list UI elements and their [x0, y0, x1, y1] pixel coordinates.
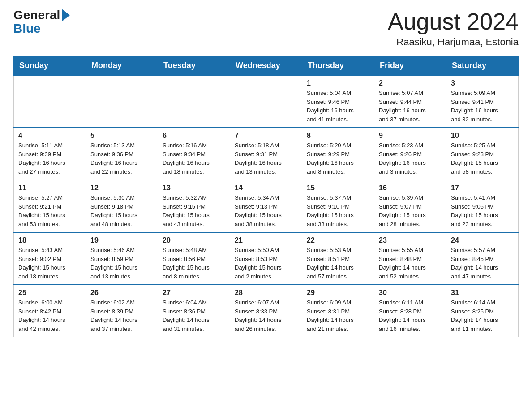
day-number: 3 [451, 79, 514, 87]
day-number: 5 [90, 132, 153, 140]
calendar-cell: 20Sunrise: 5:48 AMSunset: 8:56 PMDayligh… [158, 232, 230, 285]
day-info: Sunrise: 6:07 AMSunset: 8:33 PMDaylight:… [235, 298, 297, 333]
day-number: 4 [18, 132, 81, 140]
calendar-cell: 4Sunrise: 5:11 AMSunset: 9:39 PMDaylight… [14, 128, 86, 180]
calendar-cell: 11Sunrise: 5:27 AMSunset: 9:21 PMDayligh… [14, 180, 86, 232]
day-number: 19 [90, 236, 153, 244]
logo: General Blue [13, 9, 70, 36]
day-number: 24 [451, 236, 514, 244]
day-number: 15 [307, 184, 369, 192]
day-number: 14 [235, 184, 297, 192]
day-number: 18 [18, 236, 81, 244]
page-header: General Blue August 2024 Raasiku, Harjum… [13, 9, 519, 48]
calendar-table: SundayMondayTuesdayWednesdayThursdayFrid… [13, 56, 519, 337]
day-number: 20 [163, 236, 225, 244]
day-number: 28 [235, 289, 297, 297]
day-info: Sunrise: 5:53 AMSunset: 8:51 PMDaylight:… [307, 246, 369, 281]
day-number: 11 [18, 184, 81, 192]
calendar-cell: 23Sunrise: 5:55 AMSunset: 8:48 PMDayligh… [374, 232, 446, 285]
calendar-cell: 14Sunrise: 5:34 AMSunset: 9:13 PMDayligh… [230, 180, 302, 232]
calendar-cell: 6Sunrise: 5:16 AMSunset: 9:34 PMDaylight… [158, 128, 230, 180]
day-number: 12 [90, 184, 153, 192]
day-info: Sunrise: 5:50 AMSunset: 8:53 PMDaylight:… [235, 246, 297, 281]
calendar-cell: 24Sunrise: 5:57 AMSunset: 8:45 PMDayligh… [446, 232, 519, 285]
day-info: Sunrise: 5:46 AMSunset: 8:59 PMDaylight:… [90, 246, 153, 281]
day-info: Sunrise: 5:32 AMSunset: 9:15 PMDaylight:… [163, 193, 225, 228]
day-info: Sunrise: 5:09 AMSunset: 9:41 PMDaylight:… [451, 89, 514, 124]
calendar-cell: 2Sunrise: 5:07 AMSunset: 9:44 PMDaylight… [374, 75, 446, 128]
day-number: 16 [379, 184, 442, 192]
weekday-header-thursday: Thursday [302, 56, 374, 76]
week-row-5: 25Sunrise: 6:00 AMSunset: 8:42 PMDayligh… [14, 285, 519, 337]
calendar-cell: 28Sunrise: 6:07 AMSunset: 8:33 PMDayligh… [230, 285, 302, 337]
calendar-cell [230, 75, 302, 128]
calendar-cell: 9Sunrise: 5:23 AMSunset: 9:26 PMDaylight… [374, 128, 446, 180]
day-info: Sunrise: 5:07 AMSunset: 9:44 PMDaylight:… [379, 89, 442, 124]
calendar-cell [86, 75, 158, 128]
week-row-1: 1Sunrise: 5:04 AMSunset: 9:46 PMDaylight… [14, 75, 519, 128]
day-info: Sunrise: 5:20 AMSunset: 9:29 PMDaylight:… [307, 141, 369, 176]
day-info: Sunrise: 5:57 AMSunset: 8:45 PMDaylight:… [451, 246, 514, 281]
calendar-cell [14, 75, 86, 128]
day-info: Sunrise: 5:37 AMSunset: 9:10 PMDaylight:… [307, 193, 369, 228]
week-row-3: 11Sunrise: 5:27 AMSunset: 9:21 PMDayligh… [14, 180, 519, 232]
day-info: Sunrise: 6:14 AMSunset: 8:25 PMDaylight:… [451, 298, 514, 333]
day-number: 27 [163, 289, 225, 297]
day-info: Sunrise: 5:23 AMSunset: 9:26 PMDaylight:… [379, 141, 442, 176]
calendar-cell: 25Sunrise: 6:00 AMSunset: 8:42 PMDayligh… [14, 285, 86, 337]
day-number: 1 [307, 79, 369, 87]
title-block: August 2024 Raasiku, Harjumaa, Estonia [388, 9, 519, 48]
calendar-cell: 22Sunrise: 5:53 AMSunset: 8:51 PMDayligh… [302, 232, 374, 285]
day-number: 21 [235, 236, 297, 244]
calendar-cell: 1Sunrise: 5:04 AMSunset: 9:46 PMDaylight… [302, 75, 374, 128]
week-row-4: 18Sunrise: 5:43 AMSunset: 9:02 PMDayligh… [14, 232, 519, 285]
weekday-header-tuesday: Tuesday [158, 56, 230, 76]
weekday-header-sunday: Sunday [14, 56, 86, 76]
weekday-header-wednesday: Wednesday [230, 56, 302, 76]
day-number: 25 [18, 289, 81, 297]
day-info: Sunrise: 5:04 AMSunset: 9:46 PMDaylight:… [307, 89, 369, 124]
calendar-cell: 19Sunrise: 5:46 AMSunset: 8:59 PMDayligh… [86, 232, 158, 285]
logo-blue-text: Blue [13, 21, 41, 36]
calendar-cell: 3Sunrise: 5:09 AMSunset: 9:41 PMDaylight… [446, 75, 519, 128]
day-info: Sunrise: 5:55 AMSunset: 8:48 PMDaylight:… [379, 246, 442, 281]
calendar-cell: 18Sunrise: 5:43 AMSunset: 9:02 PMDayligh… [14, 232, 86, 285]
calendar-cell: 13Sunrise: 5:32 AMSunset: 9:15 PMDayligh… [158, 180, 230, 232]
day-number: 2 [379, 79, 442, 87]
day-number: 17 [451, 184, 514, 192]
day-info: Sunrise: 5:16 AMSunset: 9:34 PMDaylight:… [163, 141, 225, 176]
day-number: 10 [451, 132, 514, 140]
calendar-cell: 21Sunrise: 5:50 AMSunset: 8:53 PMDayligh… [230, 232, 302, 285]
location-subtitle: Raasiku, Harjumaa, Estonia [388, 36, 519, 48]
weekday-header-row: SundayMondayTuesdayWednesdayThursdayFrid… [14, 56, 519, 76]
calendar-cell: 7Sunrise: 5:18 AMSunset: 9:31 PMDaylight… [230, 128, 302, 180]
calendar-cell: 16Sunrise: 5:39 AMSunset: 9:07 PMDayligh… [374, 180, 446, 232]
calendar-cell: 27Sunrise: 6:04 AMSunset: 8:36 PMDayligh… [158, 285, 230, 337]
day-number: 8 [307, 132, 369, 140]
calendar-cell: 29Sunrise: 6:09 AMSunset: 8:31 PMDayligh… [302, 285, 374, 337]
weekday-header-friday: Friday [374, 56, 446, 76]
day-info: Sunrise: 5:18 AMSunset: 9:31 PMDaylight:… [235, 141, 297, 176]
day-info: Sunrise: 6:09 AMSunset: 8:31 PMDaylight:… [307, 298, 369, 333]
day-info: Sunrise: 5:27 AMSunset: 9:21 PMDaylight:… [18, 193, 81, 228]
day-info: Sunrise: 5:13 AMSunset: 9:36 PMDaylight:… [90, 141, 153, 176]
calendar-cell [158, 75, 230, 128]
week-row-2: 4Sunrise: 5:11 AMSunset: 9:39 PMDaylight… [14, 128, 519, 180]
day-info: Sunrise: 5:43 AMSunset: 9:02 PMDaylight:… [18, 246, 81, 281]
logo-arrow-icon [62, 9, 70, 21]
day-info: Sunrise: 5:25 AMSunset: 9:23 PMDaylight:… [451, 141, 514, 176]
day-number: 29 [307, 289, 369, 297]
calendar-cell: 30Sunrise: 6:11 AMSunset: 8:28 PMDayligh… [374, 285, 446, 337]
day-info: Sunrise: 6:04 AMSunset: 8:36 PMDaylight:… [163, 298, 225, 333]
weekday-header-monday: Monday [86, 56, 158, 76]
day-info: Sunrise: 5:39 AMSunset: 9:07 PMDaylight:… [379, 193, 442, 228]
day-number: 7 [235, 132, 297, 140]
day-number: 26 [90, 289, 153, 297]
day-info: Sunrise: 5:48 AMSunset: 8:56 PMDaylight:… [163, 246, 225, 281]
day-info: Sunrise: 5:34 AMSunset: 9:13 PMDaylight:… [235, 193, 297, 228]
calendar-cell: 8Sunrise: 5:20 AMSunset: 9:29 PMDaylight… [302, 128, 374, 180]
day-info: Sunrise: 6:02 AMSunset: 8:39 PMDaylight:… [90, 298, 153, 333]
calendar-cell: 5Sunrise: 5:13 AMSunset: 9:36 PMDaylight… [86, 128, 158, 180]
day-info: Sunrise: 5:11 AMSunset: 9:39 PMDaylight:… [18, 141, 81, 176]
calendar-cell: 15Sunrise: 5:37 AMSunset: 9:10 PMDayligh… [302, 180, 374, 232]
